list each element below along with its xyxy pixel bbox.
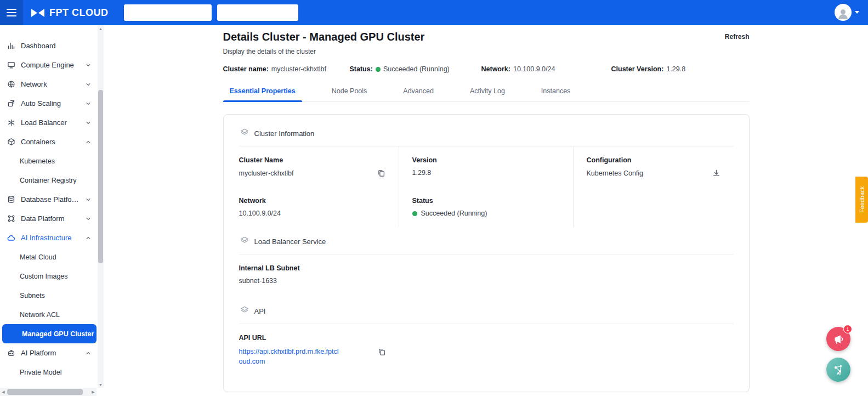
sidebar-item-kubernetes[interactable]: Kubernetes [0, 151, 97, 171]
horizontal-scrollbar-thumb[interactable] [7, 389, 83, 395]
compute-engine-icon [7, 61, 15, 70]
chevron-down-icon [84, 196, 92, 203]
sidebar-item-custom-images[interactable]: Custom Images [0, 267, 97, 286]
sidebar-item-label: Kubernetes [20, 157, 92, 165]
tab-instances[interactable]: Instances [535, 87, 577, 101]
chevron-down-icon [84, 81, 92, 88]
user-menu[interactable] [835, 4, 859, 21]
field-api-url: API URL https://api.ckhxtlbf.prd.m.fke.f… [239, 324, 734, 378]
sidebar-item-container-registry[interactable]: Container Registry [0, 171, 97, 190]
megaphone-icon [833, 333, 844, 344]
scroll-left-arrow[interactable]: ◀ [0, 388, 7, 396]
chevron-down-icon [855, 11, 859, 14]
sidebar-item-dashboard[interactable]: Dashboard [0, 36, 97, 55]
vertical-scrollbar-thumb[interactable] [98, 90, 103, 263]
layers-icon [240, 306, 249, 316]
copy-icon[interactable] [378, 348, 386, 356]
sidebar-item-label: Load Balancer [21, 118, 79, 127]
sidebar-item-compute-engine[interactable]: Compute Engine [0, 55, 97, 75]
sidebar-item-metal-cloud[interactable]: Metal Cloud [0, 247, 97, 267]
svg-text:AI: AI [837, 371, 841, 375]
field-configuration: Configuration Kubernetes Config [574, 146, 734, 187]
status-dot-icon [376, 67, 381, 72]
refresh-button[interactable]: Refresh [725, 31, 750, 41]
sidebar-item-label: Database Platform [21, 195, 79, 203]
scroll-up-arrow[interactable]: ▲ [98, 25, 104, 32]
tab-activity-log[interactable]: Activity Log [463, 87, 512, 101]
sidebar-item-managed-gpu-cluster[interactable]: Managed GPU Cluster beta [2, 324, 97, 343]
scroll-right-arrow[interactable]: ▶ [90, 388, 97, 396]
auto-scaling-icon [7, 99, 15, 108]
brand-logo[interactable]: FPT CLOUD [31, 7, 109, 19]
section-title: Cluster Information [254, 129, 315, 138]
sidebar-item-database-platform[interactable]: Database Platform [0, 190, 97, 209]
topbar-selector-1[interactable] [124, 4, 212, 21]
user-avatar-icon [835, 4, 852, 21]
details-card: Cluster Information Cluster Name myclust… [223, 114, 750, 392]
sidebar-horizontal-scrollbar[interactable]: ◀ ▶ [0, 388, 97, 396]
chevron-down-icon [84, 100, 92, 108]
summary-network: Network: 10.100.9.0/24 [481, 65, 611, 73]
tab-node-pools[interactable]: Node Pools [325, 87, 374, 101]
tab-essential-properties[interactable]: Essential Properties [223, 87, 302, 101]
sidebar-vertical-scrollbar[interactable]: ▲ ▼ [98, 25, 104, 388]
summary-cluster-name: Cluster name: mycluster-ckhxtlbf [223, 65, 350, 73]
field-version: Version 1.29.8 [399, 146, 574, 187]
sidebar-item-subnets[interactable]: Subnets [0, 286, 97, 305]
brand-text: FPT CLOUD [49, 7, 109, 19]
data-platform-icon [7, 214, 15, 223]
field-status: Status Succeeded (Running) [399, 187, 574, 227]
sidebar-item-ai-platform[interactable]: AI Platform [0, 343, 97, 363]
api-url-link[interactable]: https://api.ckhxtlbf.prd.m.fke.fptcloud.… [239, 347, 341, 366]
topbar: FPT CLOUD [0, 0, 868, 25]
copy-icon[interactable] [377, 169, 385, 177]
sidebar-item-containers[interactable]: Containers [0, 132, 97, 151]
tab-advanced[interactable]: Advanced [396, 87, 440, 101]
sidebar-item-data-platform[interactable]: Data Platform [0, 209, 97, 228]
sidebar-item-label: Compute Engine [21, 61, 79, 69]
chevron-up-icon [84, 349, 92, 357]
section-cluster-information: Cluster Information [239, 119, 734, 146]
page-title: Details Cluster - Managed GPU Cluster [223, 31, 425, 43]
containers-cube-icon [7, 138, 15, 146]
sidebar-item-label: Subnets [20, 292, 92, 299]
hamburger-menu-button[interactable] [0, 0, 23, 25]
sidebar-item-label: Data Platform [21, 214, 79, 223]
sidebar-item-label: Network ACL [20, 311, 92, 319]
summary-status: Status: Succeeded (Running) [350, 65, 481, 73]
sidebar-item-label: Managed GPU Cluster [22, 330, 94, 338]
sidebar-item-label: Container Registry [20, 177, 92, 184]
ai-assistant-button[interactable]: AI [826, 358, 850, 382]
section-title: API [254, 307, 266, 315]
sidebar-item-auto-scaling[interactable]: Auto Scaling [0, 94, 97, 113]
feedback-tab[interactable]: Feedback [855, 177, 868, 223]
dashboard-icon [7, 42, 15, 50]
cluster-information-grid: Cluster Name mycluster-ckhxtlbf Version … [239, 146, 734, 227]
load-balancer-icon [7, 118, 15, 127]
sidebar-item-label: AI Platform [21, 349, 79, 357]
topbar-selector-2[interactable] [217, 4, 298, 21]
announcements-button[interactable]: 1 [826, 327, 850, 351]
section-title: Load Balancer Service [254, 237, 326, 246]
layers-icon [240, 128, 249, 139]
scroll-down-arrow[interactable]: ▼ [98, 381, 104, 388]
summary-cluster-version: Cluster Version: 1.29.8 [611, 65, 750, 73]
sidebar-item-network-acl[interactable]: Network ACL [0, 305, 97, 324]
sidebar-item-load-balancer[interactable]: Load Balancer [0, 113, 97, 132]
layers-icon [240, 236, 249, 247]
sidebar-item-label: AI Infrastructure [21, 234, 79, 242]
tab-bar: Essential Properties Node Pools Advanced… [223, 87, 750, 102]
download-icon[interactable] [712, 169, 721, 177]
notification-badge: 1 [843, 325, 852, 333]
sidebar-item-label: Network [21, 80, 79, 88]
field-empty [574, 187, 734, 227]
sidebar-item-ai-infrastructure[interactable]: AI Infrastructure [0, 228, 97, 247]
fpt-logo-icon [31, 9, 45, 17]
hamburger-icon [7, 9, 16, 16]
sidebar-item-private-model[interactable]: Private Model [0, 363, 97, 382]
ai-infrastructure-cloud-icon [7, 234, 15, 242]
sidebar-item-network[interactable]: Network [0, 75, 97, 94]
database-icon [7, 195, 15, 204]
sidebar-item-label: Metal Cloud [20, 253, 92, 261]
field-network: Network 10.100.9.0/24 [239, 187, 399, 227]
